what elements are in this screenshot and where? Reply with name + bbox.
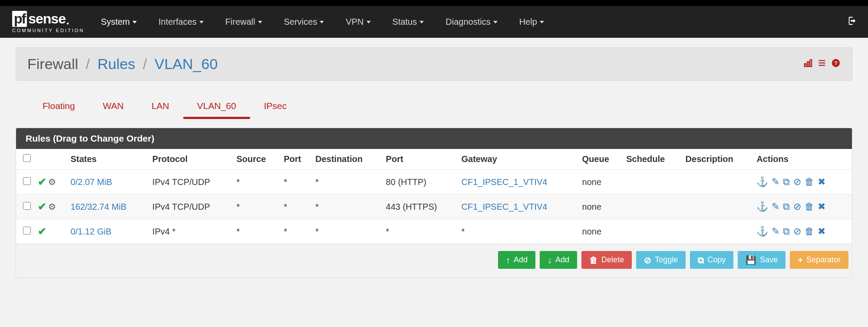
breadcrumb-panel: Firewall / Rules / VLAN_60 ?	[16, 47, 852, 81]
dport-cell: 443 (HTTPS)	[383, 195, 458, 219]
status-log-icon[interactable]	[803, 58, 813, 70]
col-status	[34, 149, 67, 170]
rules-table: States Protocol Source Port Destination …	[16, 149, 852, 244]
table-row[interactable]: ✔⚙0/2.07 MiBIPv4 TCP/UDP***80 (HTTP)CF1_…	[16, 170, 852, 195]
col-protocol: Protocol	[149, 149, 233, 170]
logo-subtitle: COMMUNITY EDITION	[12, 28, 84, 33]
help-icon[interactable]: ?	[831, 58, 841, 70]
protocol-cell: IPv4 TCP/UDP	[149, 195, 233, 219]
nav-label: Firewall	[225, 17, 255, 27]
row-checkbox[interactable]	[23, 227, 31, 235]
copy-icon: ⧉	[698, 256, 704, 264]
delete-icon[interactable]: 🗑	[805, 176, 814, 188]
edit-icon[interactable]: ✎	[772, 226, 779, 237]
pfsense-logo[interactable]: pf sense ● COMMUNITY EDITION	[12, 11, 84, 33]
dport-cell: *	[383, 219, 458, 244]
caret-down-icon	[320, 21, 324, 23]
nav-diagnostics[interactable]: Diagnostics	[446, 17, 497, 27]
nav-status[interactable]: Status	[393, 17, 424, 27]
rules-panel: Rules (Drag to Change Order) States Prot…	[16, 128, 852, 278]
copy-icon[interactable]: ⧉	[783, 176, 790, 188]
caret-down-icon	[540, 21, 544, 23]
row-checkbox[interactable]	[23, 202, 31, 210]
anchor-icon[interactable]: ⚓	[756, 226, 768, 237]
add-top-button[interactable]: ↑Add	[498, 251, 535, 269]
breadcrumb-level3-link[interactable]: VLAN_60	[155, 56, 218, 72]
schedule-cell	[623, 170, 682, 195]
select-all-checkbox[interactable]	[23, 154, 31, 162]
table-row[interactable]: ✔⚙162/32.74 MiBIPv4 TCP/UDP***443 (HTTPS…	[16, 195, 852, 219]
copy-icon[interactable]: ⧉	[783, 226, 790, 237]
disable-icon[interactable]: ⊘	[793, 226, 801, 237]
gear-icon[interactable]: ⚙	[48, 177, 56, 187]
tab-wan[interactable]: WAN	[89, 96, 138, 118]
disable-icon[interactable]: ⊘	[793, 201, 801, 212]
trash-icon: 🗑	[589, 256, 598, 264]
states-link[interactable]: 0/2.07 MiB	[70, 177, 112, 187]
disable-icon[interactable]: ⊘	[793, 176, 801, 188]
nav-interfaces[interactable]: Interfaces	[158, 17, 204, 27]
nav-label: Diagnostics	[446, 17, 490, 27]
schedule-cell	[623, 219, 682, 244]
add-bottom-button[interactable]: ↓Add	[540, 251, 577, 269]
close-icon[interactable]: ✖	[818, 176, 825, 188]
nav-services[interactable]: Services	[284, 17, 324, 27]
nav-vpn[interactable]: VPN	[346, 17, 370, 27]
btn-label: Add	[555, 255, 569, 264]
logout-icon[interactable]	[847, 16, 857, 28]
tab-ipsec[interactable]: IPsec	[250, 96, 301, 118]
edit-icon[interactable]: ✎	[772, 201, 779, 212]
btn-label: Save	[760, 255, 778, 264]
caret-down-icon	[366, 21, 371, 23]
states-link[interactable]: 0/1.12 GiB	[70, 227, 112, 236]
caret-down-icon	[199, 21, 204, 23]
nav-label: Status	[393, 17, 417, 27]
pass-icon: ✔	[38, 201, 46, 213]
delete-icon[interactable]: 🗑	[805, 226, 814, 237]
states-link[interactable]: 162/32.74 MiB	[70, 202, 126, 211]
copy-icon[interactable]: ⧉	[783, 201, 790, 212]
edit-icon[interactable]: ✎	[772, 176, 779, 188]
caret-down-icon	[493, 21, 498, 23]
anchor-icon[interactable]: ⚓	[756, 201, 768, 212]
delete-button[interactable]: 🗑Delete	[581, 251, 632, 269]
save-button[interactable]: 💾Save	[738, 251, 785, 269]
table-row[interactable]: ✔0/1.12 GiBIPv4 ******none⚓✎⧉⊘🗑✖	[16, 219, 852, 244]
toggle-button[interactable]: ⊘Toggle	[636, 251, 686, 269]
anchor-icon[interactable]: ⚓	[756, 176, 768, 188]
list-icon[interactable]	[817, 58, 827, 70]
queue-cell: none	[579, 219, 623, 244]
breadcrumb-level2-link[interactable]: Rules	[97, 56, 135, 72]
sport-cell: *	[280, 170, 312, 195]
col-source: Source	[233, 149, 281, 170]
source-cell: *	[233, 195, 281, 219]
protocol-cell: IPv4 TCP/UDP	[149, 170, 233, 195]
delete-icon[interactable]: 🗑	[805, 201, 814, 212]
nav-help[interactable]: Help	[519, 17, 544, 27]
nav-system[interactable]: System	[101, 17, 137, 27]
dest-cell: *	[312, 219, 382, 244]
tab-lan[interactable]: LAN	[138, 96, 183, 118]
col-queue: Queue	[579, 149, 623, 170]
copy-button[interactable]: ⧉Copy	[690, 251, 733, 269]
tab-vlan60[interactable]: VLAN_60	[183, 96, 250, 118]
breadcrumb: Firewall / Rules / VLAN_60	[27, 56, 803, 73]
gear-icon[interactable]: ⚙	[48, 201, 56, 212]
svg-text:?: ?	[834, 59, 838, 66]
btn-label: Copy	[707, 255, 726, 264]
logo-sense: sense	[28, 11, 66, 27]
dest-cell: *	[312, 170, 382, 195]
tab-floating[interactable]: Floating	[29, 96, 89, 118]
close-icon[interactable]: ✖	[818, 201, 825, 212]
interface-tabs: Floating WAN LAN VLAN_60 IPsec	[16, 96, 852, 118]
gateway-link[interactable]: CF1_IPSEC_1_VTIV4	[462, 177, 548, 187]
close-icon[interactable]: ✖	[818, 226, 825, 237]
row-checkbox[interactable]	[23, 177, 31, 185]
source-cell: *	[233, 170, 281, 195]
nav-firewall[interactable]: Firewall	[225, 17, 262, 27]
description-cell	[682, 219, 753, 244]
separator-button[interactable]: +Separator	[790, 251, 848, 269]
svg-rect-0	[805, 63, 806, 66]
source-cell: *	[233, 219, 281, 244]
gateway-link[interactable]: CF1_IPSEC_1_VTIV4	[462, 202, 548, 211]
